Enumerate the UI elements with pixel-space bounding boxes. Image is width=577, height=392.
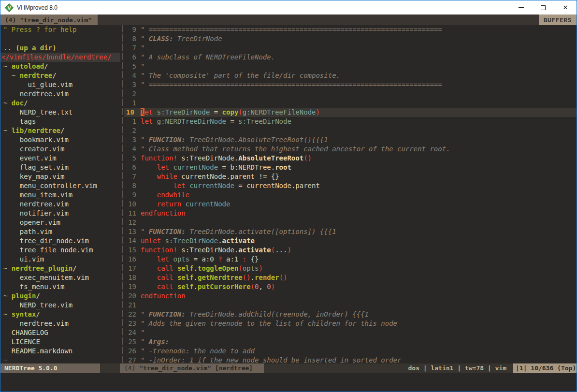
tree-dir-nerdtree-plugin[interactable]: ~ nerdtree_plugin/ [0, 264, 120, 273]
tree-root[interactable]: </vimfiles/bundle/nerdtree/ [0, 53, 120, 62]
tree-item[interactable]: fs_menu.vim [0, 282, 120, 291]
line-number: 7 [124, 172, 141, 181]
vsplit-dashes [122, 25, 123, 363]
code-line[interactable]: 12 [124, 218, 577, 227]
code-line[interactable]: 1 [124, 99, 577, 108]
line-number: 8 [124, 34, 141, 44]
tree-item[interactable]: notifier.vim [0, 209, 120, 218]
line-number: 2 [124, 89, 141, 99]
code-line[interactable]: 8 let currentNode = currentNode.parent [124, 181, 577, 190]
code-line[interactable]: 1let g:NERDTreeDirNode = s:TreeDirNode [124, 117, 577, 126]
tree-item[interactable]: NERD_tree.txt [0, 108, 120, 117]
code-line[interactable]: 24" [124, 328, 577, 337]
line-text [141, 301, 577, 310]
code-line[interactable]: 13" FUNCTION: TreeDirNode.activate([opti… [124, 227, 577, 236]
code-line[interactable]: 14unlet s:TreeDirNode.activate [124, 236, 577, 246]
tree-item[interactable]: ~ [0, 356, 120, 363]
line-text: " The 'composite' part of the file/dir c… [141, 71, 577, 80]
tree-item[interactable]: README.markdown [0, 347, 120, 356]
code-line[interactable]: 10 return currentNode [124, 200, 577, 209]
tree-item[interactable]: nerdtree.vim [0, 319, 120, 328]
code-line[interactable]: 17 call self.toggleOpen(opts) [124, 264, 577, 273]
code-line[interactable]: 4" The 'composite' part of the file/dir … [124, 71, 577, 80]
tree-item[interactable]: tree_dir_node.vim [0, 236, 120, 246]
line-text: endwhile [141, 190, 577, 200]
minimize-button[interactable] [510, 0, 532, 15]
tree-item[interactable]: NERD_tree.vim [0, 301, 120, 310]
tree-item[interactable]: CHANGELOG [0, 328, 120, 337]
tree-up-dir[interactable]: .. (up a dir) [0, 44, 120, 53]
nerdtree-panel[interactable]: " Press ? for help.. (up a dir)</vimfile… [0, 25, 120, 363]
code-line[interactable]: 7 while currentNode.parent != {} [124, 172, 577, 181]
code-line[interactable]: 15function! s:TreeDirNode.activate(...) [124, 246, 577, 255]
tree-dir-lib-nerdtree[interactable]: ~ lib/nerdtree/ [0, 126, 120, 135]
code-line[interactable]: 8" CLASS: TreeDirNode [124, 34, 577, 44]
code-line[interactable]: 25" Args: [124, 337, 577, 347]
tree-item[interactable]: tree_file_node.vim [0, 246, 120, 255]
tree-item[interactable]: nerdtree.vim [0, 89, 120, 99]
maximize-button[interactable] [532, 0, 554, 15]
code-line[interactable]: 2 [124, 126, 577, 135]
tree-item[interactable]: nerdtree.vim [0, 200, 120, 209]
code-line[interactable]: 9 endwhile [124, 190, 577, 200]
code-line[interactable]: 23" Adds the given treenode to the list … [124, 319, 577, 328]
line-text: let s:TreeDirNode = copy(g:NERDTreeFileN… [141, 108, 577, 117]
code-editor[interactable]: 9" =====================================… [124, 25, 577, 363]
tab-tree-dir-node[interactable]: (4) "tree_dir_node.vim" [0, 15, 98, 25]
tree-item[interactable]: menu_item.vim [0, 190, 120, 200]
line-text: " CLASS: TreeDirNode [141, 34, 577, 44]
tree-dir-nerdtree[interactable]: ~ nerdtree/ [0, 71, 120, 80]
tree-item[interactable]: exec_menuitem.vim [0, 273, 120, 282]
buffers-badge[interactable]: BUFFERS [539, 15, 577, 25]
code-line[interactable]: 19 call self.putCursorHere(0, 0) [124, 282, 577, 291]
code-line[interactable]: 18 call self.getNerdtree().render() [124, 273, 577, 282]
cursor-position: 10/636 (Top) [527, 364, 576, 372]
close-button[interactable]: ✕ [554, 0, 577, 15]
tree-item[interactable]: bookmark.vim [0, 135, 120, 145]
line-text [141, 89, 577, 99]
code-line[interactable]: 7" [124, 44, 577, 53]
tree-item[interactable]: event.vim [0, 154, 120, 163]
code-line[interactable]: 6" A subclass of NERDTreeFileNode. [124, 53, 577, 62]
line-text [141, 126, 577, 135]
code-line[interactable]: 22" FUNCTION: TreeDirNode.addChild(treen… [124, 310, 577, 319]
tree-item[interactable]: LICENCE [0, 337, 120, 347]
code-line[interactable]: 27" -inOrder: 1 if the new node should b… [124, 356, 577, 363]
window-vertical-separator[interactable] [120, 25, 124, 363]
code-line[interactable]: 16 let opts = a:0 ? a:1 : {} [124, 255, 577, 264]
line-text: " FUNCTION: TreeDirNode.addChild(treenod… [141, 310, 577, 319]
tree-item[interactable]: flag_set.vim [0, 163, 120, 172]
code-line[interactable]: 20endfunction [124, 291, 577, 301]
tree-dir-doc[interactable]: ~ doc/ [0, 99, 120, 108]
code-line[interactable]: 4" Class method that returns the highest… [124, 145, 577, 154]
code-line[interactable]: 2 [124, 89, 577, 99]
tree-item[interactable] [0, 34, 120, 44]
buffer-index: |1| [516, 364, 527, 372]
tree-item[interactable]: tags [0, 117, 120, 126]
code-line[interactable]: 3" FUNCTION: TreeDirNode.AbsoluteTreeRoo… [124, 135, 577, 145]
code-line[interactable]: 11endfunction [124, 209, 577, 218]
tree-item[interactable]: " Press ? for help [0, 25, 120, 34]
code-line[interactable]: 5" [124, 62, 577, 71]
tree-item[interactable]: menu_controller.vim [0, 181, 120, 190]
tree-item[interactable]: path.vim [0, 227, 120, 236]
line-number: 14 [124, 236, 141, 246]
tree-item[interactable]: ui.vim [0, 255, 120, 264]
tree-dir-plugin[interactable]: ~ plugin/ [0, 291, 120, 301]
code-line[interactable]: 3" =====================================… [124, 80, 577, 89]
code-line[interactable]: 26" -treenode: the node to add [124, 347, 577, 356]
tree-item[interactable]: opener.vim [0, 218, 120, 227]
code-line[interactable]: 5function! s:TreeDirNode.AbsoluteTreeRoo… [124, 154, 577, 163]
tree-item[interactable]: key_map.vim [0, 172, 120, 181]
command-line[interactable] [0, 373, 577, 392]
tree-item[interactable]: ui_glue.vim [0, 80, 120, 89]
tree-dir-autoload[interactable]: ~ autoload/ [0, 62, 120, 71]
code-line[interactable]: 21 [124, 301, 577, 310]
tree-item[interactable]: creator.vim [0, 145, 120, 154]
tree-dir-syntax[interactable]: ~ syntax/ [0, 310, 120, 319]
code-line[interactable]: 9" =====================================… [124, 25, 577, 34]
line-number: 10 [124, 108, 141, 117]
code-line[interactable]: 6 let currentNode = b:NERDTree.root [124, 163, 577, 172]
current-code-line[interactable]: 10let s:TreeDirNode = copy(g:NERDTreeFil… [124, 108, 577, 117]
line-number: 3 [124, 135, 141, 145]
